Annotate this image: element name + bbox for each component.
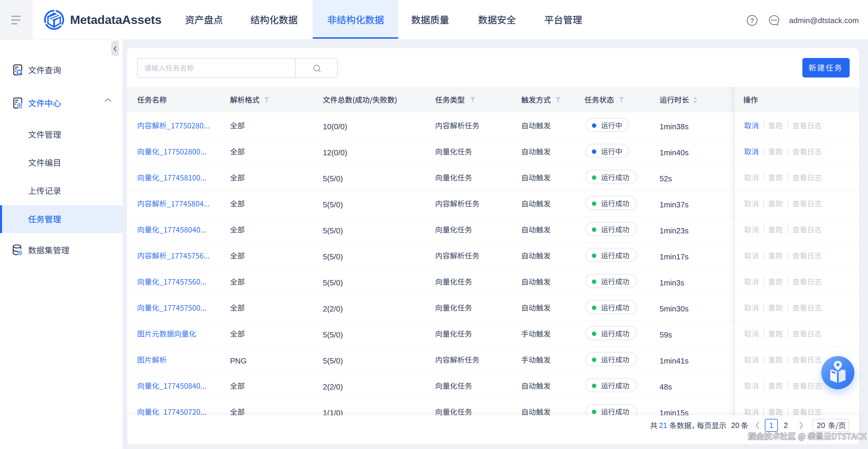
svg-text:?: ? — [750, 17, 754, 24]
